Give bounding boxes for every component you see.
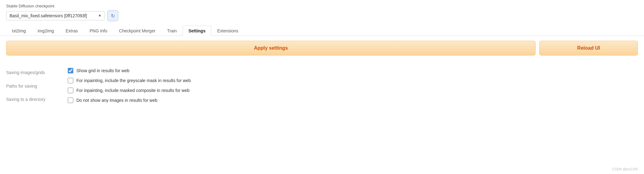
checkpoint-select[interactable]: Basil_mix_fixed.safetensors [0ff127093f] bbox=[6, 11, 105, 20]
tab-png-info[interactable]: PNG Info bbox=[84, 26, 113, 36]
tab-extras[interactable]: Extras bbox=[60, 26, 84, 36]
tab-train[interactable]: Train bbox=[161, 26, 183, 36]
no-images-checkbox[interactable] bbox=[68, 97, 73, 103]
tab-txt2img[interactable]: txt2img bbox=[6, 26, 32, 36]
refresh-button[interactable]: ↻ bbox=[107, 10, 118, 21]
show-grid-checkbox[interactable] bbox=[68, 68, 73, 73]
tab-img2img[interactable]: img2img bbox=[32, 26, 60, 36]
checkbox-row-no-images: Do not show any images in results for we… bbox=[68, 97, 638, 103]
reload-ui-button[interactable]: Reload UI bbox=[539, 41, 638, 56]
apply-settings-button[interactable]: Apply settings bbox=[6, 41, 536, 56]
greyscale-mask-checkbox[interactable] bbox=[68, 78, 73, 83]
main-content: Saving images/grids Paths for saving Sav… bbox=[0, 60, 644, 109]
refresh-icon: ↻ bbox=[111, 13, 115, 19]
checkbox-row-show-grid: Show grid in results for web bbox=[68, 68, 638, 73]
checkbox-row-masked-composite: For inpainting, include masked composite… bbox=[68, 88, 638, 93]
settings-panel: Show grid in results for web For inpaint… bbox=[68, 67, 638, 103]
checkpoint-select-wrapper: Basil_mix_fixed.safetensors [0ff127093f]… bbox=[6, 11, 105, 20]
greyscale-mask-label: For inpainting, include the greyscale ma… bbox=[76, 78, 191, 83]
sidebar-item-saving-to-directory[interactable]: Saving to a directory bbox=[6, 97, 68, 103]
checkpoint-row: Basil_mix_fixed.safetensors [0ff127093f]… bbox=[6, 10, 638, 21]
action-bar: Apply settings Reload UI bbox=[0, 36, 644, 60]
watermark: CSDN @lys1335 bbox=[612, 167, 638, 171]
sidebar-item-paths-for-saving[interactable]: Paths for saving bbox=[6, 83, 68, 89]
no-images-label: Do not show any images in results for we… bbox=[76, 98, 157, 103]
tab-settings[interactable]: Settings bbox=[183, 26, 211, 36]
tab-checkpoint-merger[interactable]: Checkpoint Merger bbox=[113, 26, 161, 36]
checkbox-row-greyscale-mask: For inpainting, include the greyscale ma… bbox=[68, 78, 638, 83]
show-grid-label: Show grid in results for web bbox=[76, 68, 129, 73]
top-section: Stable Diffusion checkpoint Basil_mix_fi… bbox=[0, 0, 644, 21]
tabs-bar: txt2img img2img Extras PNG Info Checkpoi… bbox=[0, 26, 644, 36]
masked-composite-checkbox[interactable] bbox=[68, 88, 73, 93]
masked-composite-label: For inpainting, include masked composite… bbox=[76, 88, 189, 93]
tab-extensions[interactable]: Extensions bbox=[211, 26, 244, 36]
checkpoint-label: Stable Diffusion checkpoint bbox=[6, 4, 638, 8]
sidebar: Saving images/grids Paths for saving Sav… bbox=[6, 67, 68, 103]
sidebar-item-saving-images[interactable]: Saving images/grids bbox=[6, 70, 68, 76]
